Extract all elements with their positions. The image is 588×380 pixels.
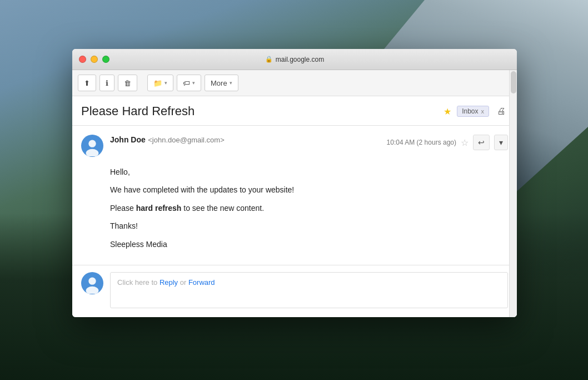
toolbar: ⬆ ℹ 🗑 📁 ▾ 🏷 ▾ More ▾ xyxy=(72,70,517,96)
star-yellow-icon: ★ xyxy=(444,106,451,117)
sender-info: John Doe <john.doe@gmail.com> xyxy=(110,135,380,145)
inbox-tag: Inbox x xyxy=(457,106,489,117)
address-text: mail.google.com xyxy=(276,56,324,63)
print-button[interactable]: 🖨 xyxy=(495,104,508,119)
chevron-down-icon: ▾ xyxy=(192,80,195,86)
address-bar: 🔒 mail.google.com xyxy=(265,56,324,63)
reply-link[interactable]: Reply xyxy=(160,278,178,287)
title-bar: 🔒 mail.google.com xyxy=(72,49,517,70)
labels-button[interactable]: 🏷 ▾ xyxy=(177,75,201,91)
message-more-button[interactable]: ▾ xyxy=(494,135,508,150)
body-line-5: Sleepless Media xyxy=(110,238,508,250)
spam-icon: ℹ xyxy=(106,79,108,87)
lock-icon: 🔒 xyxy=(265,56,273,63)
email-subject: Please Hard Refresh xyxy=(81,104,438,119)
close-button[interactable] xyxy=(79,56,86,63)
message-meta: John Doe <john.doe@gmail.com> 10:04 AM (… xyxy=(81,135,508,157)
minimize-button[interactable] xyxy=(91,56,98,63)
scroll-thumb[interactable] xyxy=(511,71,516,93)
chevron-down-icon: ▾ xyxy=(499,138,503,147)
chevron-down-icon: ▾ xyxy=(230,80,232,86)
spam-button[interactable]: ℹ xyxy=(99,75,114,91)
chevron-down-icon: ▾ xyxy=(165,80,167,86)
message-time: 10:04 AM (2 hours ago) xyxy=(387,139,456,146)
star-button[interactable]: ☆ xyxy=(461,137,469,148)
svg-point-4 xyxy=(88,278,96,285)
reply-placeholder-text: Click here to xyxy=(117,278,160,287)
svg-point-1 xyxy=(88,140,96,147)
more-label: More xyxy=(211,79,227,87)
body-line-3: Please hard refresh to see the new conte… xyxy=(110,202,508,214)
message: John Doe <john.doe@gmail.com> 10:04 AM (… xyxy=(72,126,517,265)
sender-name: John Doe xyxy=(110,135,146,144)
reply-avatar xyxy=(81,272,103,294)
avatar xyxy=(81,135,103,157)
body-line-1: Hello, xyxy=(110,166,508,178)
maximize-button[interactable] xyxy=(102,56,109,63)
scrollbar[interactable] xyxy=(509,70,517,317)
reply-area: Click here to Reply or Forward xyxy=(72,265,517,317)
body-line-2: We have completed with the updates to yo… xyxy=(110,184,508,196)
reply-or-text: or xyxy=(178,278,188,287)
move-to-button[interactable]: 📁 ▾ xyxy=(147,75,173,91)
archive-button[interactable]: ⬆ xyxy=(78,75,96,91)
label-icon: 🏷 xyxy=(183,79,190,87)
archive-icon: ⬆ xyxy=(84,79,90,87)
trash-icon: 🗑 xyxy=(124,79,131,87)
message-time-area: 10:04 AM (2 hours ago) ☆ ↩ ▾ xyxy=(387,135,508,150)
bold-text: hard refresh xyxy=(136,204,182,213)
print-icon: 🖨 xyxy=(497,106,506,116)
reply-arrow-icon: ↩ xyxy=(478,138,485,147)
remove-tag-button[interactable]: x xyxy=(481,108,485,115)
gmail-window: 🔒 mail.google.com ⬆ ℹ 🗑 📁 ▾ 🏷 ▾ More ▾ xyxy=(72,49,517,317)
window-controls xyxy=(79,56,109,63)
delete-button[interactable]: 🗑 xyxy=(118,75,137,91)
message-body: Hello, We have completed with the update… xyxy=(81,166,508,250)
reply-button[interactable]: ↩ xyxy=(473,135,490,150)
more-button[interactable]: More ▾ xyxy=(205,75,238,91)
body-line-4: Thanks! xyxy=(110,220,508,232)
inbox-tag-label: Inbox xyxy=(462,107,478,115)
email-area: Please Hard Refresh ★ Inbox x 🖨 xyxy=(72,96,517,317)
email-header: Please Hard Refresh ★ Inbox x 🖨 xyxy=(72,96,517,126)
sender-email: <john.doe@gmail.com> xyxy=(148,136,225,144)
folder-icon: 📁 xyxy=(153,79,162,87)
reply-box[interactable]: Click here to Reply or Forward xyxy=(110,272,508,308)
forward-link[interactable]: Forward xyxy=(188,278,215,287)
